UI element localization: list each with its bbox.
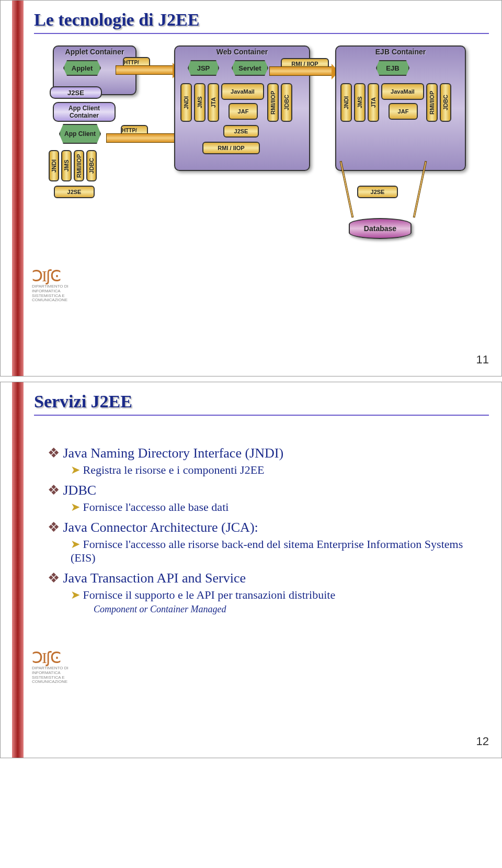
j2se-web: J2SE <box>223 125 259 138</box>
applet-container-label: Applet Container <box>54 47 135 57</box>
jsp-hexagon: JSP <box>188 60 219 76</box>
bullet-jca-sub: Fornisce l'accesso alle risorse back-end… <box>71 538 476 565</box>
jta-ejb: JTA <box>368 83 379 122</box>
bullet-jdbc: JDBC <box>48 482 476 498</box>
app-client-hexagon: App Client <box>59 124 101 144</box>
arrow-client-web <box>106 133 179 143</box>
jaf-web: JAF <box>229 103 258 120</box>
page-number-2: 12 <box>476 735 489 748</box>
jdbc-ejb: JDBC <box>440 83 451 122</box>
j2se-bl: J2SE <box>54 186 95 198</box>
jms-web: JMS <box>194 83 206 122</box>
logo-swirl-2: ϽIʃϾ <box>32 649 79 666</box>
bullet-jta-sub2: Component or Container Managed <box>94 604 476 615</box>
bullet-jta-sub: Fornisce il supporto e le API per transa… <box>71 588 476 602</box>
bullet-jndi: Java Naming Directory Interface (JNDI) <box>48 445 476 461</box>
jndi-ejb: JNDI <box>340 83 352 122</box>
applet-hexagon: Applet <box>63 60 101 76</box>
web-container-label: Web Container <box>175 47 309 57</box>
logo-2: ϽIʃϾ DIPARTIMENTO DI INFORMATICA SISTEMI… <box>32 649 79 696</box>
jdbc-web: JDBC <box>281 83 292 122</box>
title-band-2: Servizi J2EE <box>34 389 489 416</box>
j2se-ejb: J2SE <box>357 186 398 198</box>
bullet-jta: Java Transaction API and Service <box>48 570 476 586</box>
jta-web: JTA <box>208 83 219 122</box>
jdbc-pill-bl: JDBC <box>86 150 97 181</box>
slide-title: Le tecnologie di J2EE <box>34 10 199 30</box>
j2se-pill-1: J2SE <box>50 86 102 99</box>
slide-2: Servizi J2EE ϽIʃϾ DIPARTIMENTO DI INFORM… <box>0 382 502 758</box>
javamail-ejb: JavaMail <box>381 83 424 100</box>
rmiiiop-web-bottom: RMI / IIOP <box>202 142 260 154</box>
jndi-pill-bl: JNDI <box>49 150 59 181</box>
slide-title-2: Servizi J2EE <box>34 392 132 412</box>
rmiiiop-web: RMI/IIOP <box>267 83 279 122</box>
javamail-web: JavaMail <box>221 83 264 100</box>
bullet-jca: Java Connector Architecture (JCA): <box>48 519 476 535</box>
page-number: 11 <box>476 353 489 367</box>
ejb-hexagon: EJB <box>376 60 409 76</box>
database-cylinder: Database <box>349 218 412 239</box>
red-stripe <box>12 1 24 376</box>
jms-pill-bl: JMS <box>61 150 72 181</box>
bullet-jndi-sub: Registra le risorse e i componenti J2EE <box>71 463 476 477</box>
arrow-applet-web <box>116 65 173 75</box>
jaf-ejb: JAF <box>389 103 418 120</box>
jms-ejb: JMS <box>354 83 366 122</box>
jndi-web: JNDI <box>180 83 192 122</box>
app-client-container: App Client Container <box>53 102 116 122</box>
logo-text-2: DIPARTIMENTO DI INFORMATICA SISTEMISTICA… <box>32 666 79 684</box>
j2ee-diagram: Applet Container Applet J2SE App Client … <box>53 45 466 307</box>
ejb-container-label: EJB Container <box>336 47 465 57</box>
bullets-area: Java Naming Directory Interface (JNDI) R… <box>48 440 476 616</box>
arrow-web-ejb <box>269 66 332 76</box>
applet-label: Applet <box>72 64 93 72</box>
servlet-hexagon: Servlet <box>232 60 268 76</box>
bullet-jdbc-sub: Fornisce l'accesso alle base dati <box>71 500 476 514</box>
slide-1: Le tecnologie di J2EE ϽIʃϾ DIPARTIMENTO … <box>0 0 502 376</box>
red-stripe-2 <box>12 382 24 758</box>
rmiiiop-ejb: RMI/IIOP <box>426 83 438 122</box>
rmiiiop-pill-bl: RMI/IIOP <box>74 150 84 181</box>
title-band: Le tecnologie di J2EE <box>34 7 489 34</box>
